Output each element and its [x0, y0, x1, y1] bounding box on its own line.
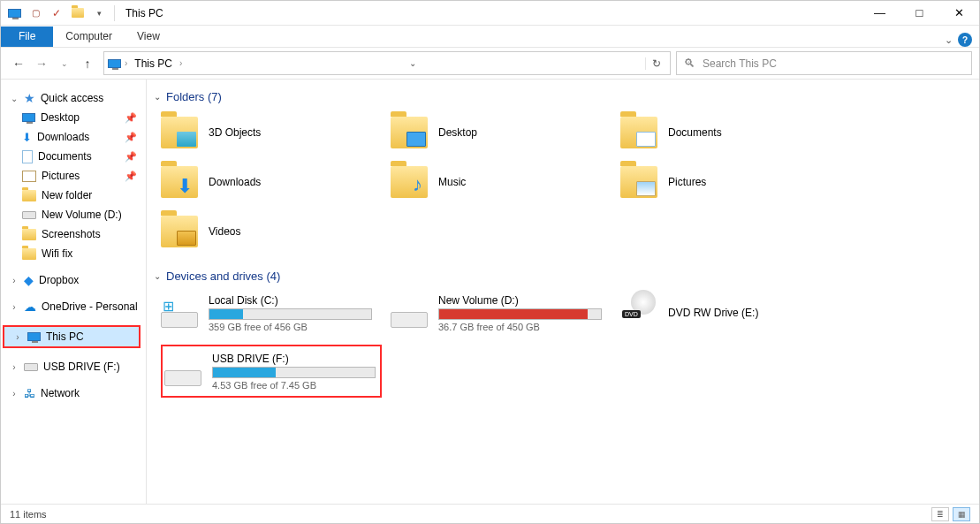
expand-icon[interactable]: › — [11, 332, 24, 342]
address-dropdown-icon[interactable]: ⌄ — [409, 58, 422, 68]
navigation-bar: ← → ⌄ ↑ › This PC › ⌄ ↻ 🔍︎ Search This P… — [1, 48, 979, 80]
folders-grid: 3D Objects Desktop Documents ⬇Downloads … — [161, 110, 972, 254]
refresh-button[interactable]: ↻ — [645, 57, 666, 70]
folder-videos[interactable]: Videos — [161, 209, 382, 254]
capacity-bar — [438, 308, 602, 320]
section-folders-header[interactable]: ⌄ Folders (7) — [154, 90, 972, 103]
expand-icon[interactable]: › — [8, 362, 20, 372]
folder-icon — [22, 190, 36, 201]
tab-file[interactable]: File — [1, 27, 53, 47]
highlight-this-pc: › This PC — [3, 325, 141, 348]
sidebar-this-pc[interactable]: › This PC — [4, 327, 139, 346]
item-count: 11 items — [10, 509, 47, 520]
hdd-icon: ⊞ — [161, 298, 198, 328]
folder-desktop[interactable]: Desktop — [391, 110, 612, 155]
navigation-pane: ⌄ ★ Quick access Desktop 📌 ⬇ Downloads 📌… — [1, 80, 147, 504]
sidebar-dropbox[interactable]: › ◆ Dropbox — [1, 270, 142, 290]
pin-icon: 📌 — [125, 171, 142, 182]
pin-icon: 📌 — [125, 132, 142, 143]
sidebar-item-pictures[interactable]: Pictures 📌 — [1, 166, 142, 186]
search-box[interactable]: 🔍︎ Search This PC — [676, 51, 972, 75]
ribbon-expand-icon[interactable]: ⌄ — [945, 34, 953, 46]
expand-icon[interactable]: › — [8, 276, 20, 285]
hdd-icon — [391, 298, 428, 328]
collapse-icon[interactable]: ⌄ — [8, 94, 20, 103]
chevron-right-icon[interactable]: › — [176, 58, 186, 68]
drive-local-c[interactable]: ⊞ Local Disk (C:) 359 GB free of 456 GB — [161, 290, 382, 336]
sidebar-item-desktop[interactable]: Desktop 📌 — [1, 108, 142, 127]
qat-newfolder-icon[interactable] — [68, 4, 87, 23]
star-icon: ★ — [24, 91, 35, 105]
folder-pictures[interactable]: Pictures — [620, 160, 841, 204]
ribbon-tabs: File Computer View ⌄ ? — [1, 26, 979, 48]
drive-newvolume-d[interactable]: New Volume (D:) 36.7 GB free of 450 GB — [391, 290, 612, 336]
help-icon[interactable]: ? — [958, 33, 972, 47]
document-icon — [22, 150, 33, 163]
status-bar: 11 items ≣ ▦ — [1, 504, 979, 523]
breadcrumb-this-pc[interactable]: This PC — [131, 57, 176, 70]
minimize-button[interactable]: ― — [860, 1, 900, 26]
pictures-icon — [22, 171, 36, 182]
dropbox-icon: ◆ — [24, 273, 34, 287]
qat-dropdown-icon[interactable]: ▾ — [89, 4, 109, 23]
expand-icon[interactable]: › — [8, 389, 20, 399]
qat-checkmark-icon[interactable]: ✓ — [47, 4, 66, 23]
highlight-usb-drive: USB DRIVE (F:) 4.53 GB free of 7.45 GB — [161, 345, 382, 398]
sidebar-item-screenshots[interactable]: Screenshots — [1, 224, 142, 244]
address-bar[interactable]: › This PC › ⌄ ↻ — [103, 51, 671, 75]
expand-icon[interactable]: › — [8, 302, 20, 312]
dvd-icon: DVD — [620, 290, 657, 320]
drive-usb-f[interactable]: USB DRIVE (F:) 4.53 GB free of 7.45 GB — [164, 348, 378, 394]
sidebar-item-newfolder[interactable]: New folder — [1, 186, 142, 205]
onedrive-icon: ☁ — [24, 300, 36, 314]
folder-3d-objects[interactable]: 3D Objects — [161, 110, 382, 155]
content-pane: ⌄ Folders (7) 3D Objects Desktop Documen… — [147, 80, 979, 504]
recent-locations-button[interactable]: ⌄ — [54, 53, 75, 74]
back-button[interactable]: ← — [8, 53, 29, 74]
capacity-bar — [209, 308, 372, 320]
this-pc-icon — [27, 332, 41, 341]
sidebar-network[interactable]: › 🖧 Network — [1, 384, 142, 403]
sidebar-item-wififix[interactable]: Wifi fix — [1, 244, 142, 263]
sidebar-item-newvolume[interactable]: New Volume (D:) — [1, 205, 142, 224]
window-controls: ― □ ✕ — [860, 1, 979, 26]
usb-icon — [24, 363, 38, 371]
close-button[interactable]: ✕ — [939, 1, 979, 26]
tab-view[interactable]: View — [125, 27, 172, 47]
search-icon: 🔍︎ — [684, 57, 695, 70]
search-placeholder: Search This PC — [703, 57, 777, 70]
folder-documents[interactable]: Documents — [620, 110, 841, 155]
sidebar-item-downloads[interactable]: ⬇ Downloads 📌 — [1, 127, 142, 147]
capacity-bar — [212, 367, 376, 378]
collapse-icon[interactable]: ⌄ — [154, 92, 161, 102]
maximize-button[interactable]: □ — [900, 1, 939, 26]
app-icon[interactable] — [4, 4, 24, 23]
view-tiles-button[interactable]: ▦ — [953, 507, 970, 521]
sidebar-quick-access[interactable]: ⌄ ★ Quick access — [1, 88, 142, 108]
section-drives-header[interactable]: ⌄ Devices and drives (4) — [154, 270, 972, 283]
drive-icon — [22, 211, 36, 219]
forward-button[interactable]: → — [31, 53, 52, 74]
pin-icon: 📌 — [125, 112, 142, 124]
title-bar: ▢ ✓ ▾ This PC ― □ ✕ — [1, 1, 979, 26]
chevron-right-icon[interactable]: › — [121, 58, 131, 68]
tab-computer[interactable]: Computer — [53, 27, 125, 47]
sidebar-usb-drive[interactable]: › USB DRIVE (F:) — [1, 357, 142, 376]
collapse-icon[interactable]: ⌄ — [154, 271, 161, 281]
window-title: This PC — [118, 7, 163, 19]
folder-downloads[interactable]: ⬇Downloads — [161, 160, 382, 204]
desktop-icon — [22, 113, 35, 122]
drives-grid: ⊞ Local Disk (C:) 359 GB free of 456 GB … — [161, 290, 972, 398]
location-icon — [108, 59, 121, 68]
up-button[interactable]: ↑ — [77, 53, 98, 74]
sidebar-item-documents[interactable]: Documents 📌 — [1, 147, 142, 166]
folder-music[interactable]: ♪Music — [391, 160, 612, 204]
folder-icon — [22, 229, 36, 240]
drive-dvd-e[interactable]: DVD DVD RW Drive (E:) — [620, 290, 841, 336]
download-icon: ⬇ — [22, 131, 32, 144]
qat-properties-icon[interactable]: ▢ — [26, 4, 45, 23]
view-details-button[interactable]: ≣ — [931, 507, 949, 521]
sidebar-onedrive[interactable]: › ☁ OneDrive - Personal — [1, 297, 142, 316]
network-icon: 🖧 — [24, 387, 35, 400]
pin-icon: 📌 — [125, 151, 142, 163]
